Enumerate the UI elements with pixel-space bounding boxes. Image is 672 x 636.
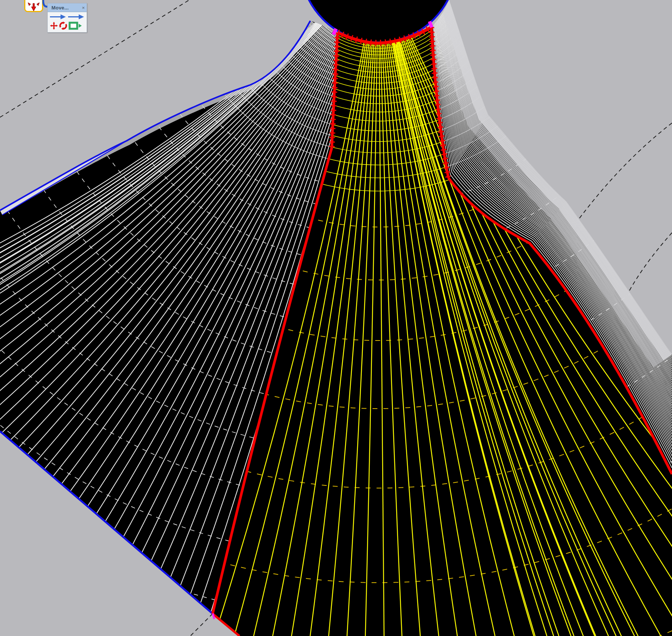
mesh-surface-view[interactable] — [0, 0, 672, 636]
move-dialog-body — [48, 12, 87, 32]
clipped-tool-icon — [42, 0, 48, 8]
translate-arrow-icon-2[interactable] — [68, 14, 84, 20]
cad-3d-viewport[interactable]: Move... × — [0, 0, 672, 636]
translate-arrow-icon[interactable] — [50, 14, 66, 20]
move-dialog-title: Move... — [51, 5, 68, 11]
rotate-icon[interactable] — [59, 22, 67, 30]
move-dialog[interactable]: Move... × — [47, 3, 87, 33]
close-icon[interactable]: × — [82, 5, 85, 10]
move-cursor-icon — [24, 0, 43, 12]
move-free-icon[interactable] — [50, 22, 58, 30]
move-to-position-icon[interactable] — [68, 22, 82, 30]
move-dialog-titlebar[interactable]: Move... × — [48, 3, 87, 12]
